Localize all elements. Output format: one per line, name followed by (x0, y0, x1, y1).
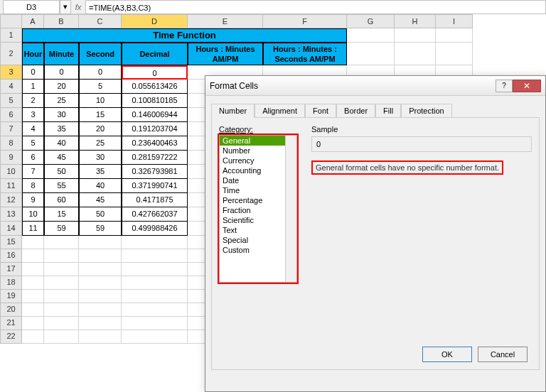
cell-B8[interactable]: 40 (44, 136, 79, 151)
cell-C4[interactable]: 5 (79, 80, 122, 94)
cell-C14[interactable]: 59 (79, 222, 122, 236)
cell[interactable] (22, 303, 44, 317)
cell-D4[interactable]: 0.055613426 (122, 80, 188, 94)
select-all-corner[interactable] (0, 14, 22, 28)
row-header[interactable]: 20 (0, 303, 22, 317)
cell[interactable] (79, 249, 122, 263)
col-header-C[interactable]: C (79, 14, 122, 28)
col-header-F[interactable]: F (263, 14, 347, 28)
cell-C11[interactable]: 40 (79, 179, 122, 193)
cell[interactable] (22, 276, 44, 290)
row-header[interactable]: 4 (0, 80, 22, 94)
tab-border[interactable]: Border (336, 104, 375, 118)
row-header[interactable]: 10 (0, 165, 22, 179)
col-header-D[interactable]: D (122, 14, 188, 28)
cell[interactable] (22, 290, 44, 303)
cell-A10[interactable]: 7 (22, 165, 44, 179)
cell[interactable] (22, 236, 44, 249)
col-header-B[interactable]: B (44, 14, 79, 28)
cell[interactable] (44, 317, 79, 330)
cell[interactable] (122, 249, 188, 263)
cancel-button[interactable]: Cancel (478, 347, 528, 362)
tab-number[interactable]: Number (211, 104, 255, 118)
cell-A11[interactable]: 8 (22, 179, 44, 193)
cell[interactable] (122, 303, 188, 317)
cell[interactable] (44, 330, 79, 344)
row-header[interactable]: 22 (0, 330, 22, 344)
cell[interactable] (122, 263, 188, 276)
name-box-dropdown[interactable]: ▾ (60, 0, 71, 14)
cell[interactable] (22, 249, 44, 263)
row-header[interactable]: 3 (0, 65, 22, 80)
cell-C9[interactable]: 30 (79, 151, 122, 165)
fx-icon[interactable]: fx (71, 3, 85, 11)
cell-B7[interactable]: 35 (44, 122, 79, 136)
cell-B9[interactable]: 45 (44, 151, 79, 165)
row-header[interactable]: 15 (0, 236, 22, 249)
name-box[interactable]: D3 (3, 0, 60, 14)
col-header-H[interactable]: H (395, 14, 436, 28)
col-header-A[interactable]: A (22, 14, 44, 28)
cell[interactable] (79, 330, 122, 344)
cell[interactable] (22, 263, 44, 276)
cell-B11[interactable]: 55 (44, 179, 79, 193)
cell-D6[interactable]: 0.146006944 (122, 108, 188, 122)
row-header[interactable]: 21 (0, 317, 22, 330)
col-header-I[interactable]: I (436, 14, 473, 28)
row-header[interactable]: 8 (0, 136, 22, 151)
cell-B12[interactable]: 60 (44, 193, 79, 207)
cell-D11[interactable]: 0.371990741 (122, 179, 188, 193)
scrollbar[interactable] (285, 136, 296, 282)
row-header[interactable]: 18 (0, 276, 22, 290)
ok-button[interactable]: OK (422, 347, 472, 362)
header-B[interactable]: Minute (44, 43, 79, 65)
row-header[interactable]: 17 (0, 263, 22, 276)
row-header[interactable]: 1 (0, 28, 22, 43)
cell-A8[interactable]: 5 (22, 136, 44, 151)
row-header[interactable]: 16 (0, 249, 22, 263)
row-header[interactable]: 5 (0, 94, 22, 108)
category-listbox[interactable]: GeneralNumberCurrencyAccountingDateTimeP… (219, 135, 297, 283)
col-header-E[interactable]: E (188, 14, 263, 28)
cell-A3[interactable]: 0 (22, 65, 44, 80)
cell[interactable] (122, 290, 188, 303)
cell-C3[interactable]: 0 (79, 65, 122, 80)
cell-C10[interactable]: 35 (79, 165, 122, 179)
cell-D8[interactable]: 0.236400463 (122, 136, 188, 151)
cell[interactable] (122, 276, 188, 290)
cell-B10[interactable]: 50 (44, 165, 79, 179)
header-F[interactable]: Hours : Minutes : Seconds AM/PM (263, 43, 347, 65)
cell[interactable] (79, 303, 122, 317)
cell[interactable] (44, 290, 79, 303)
cell-D5[interactable]: 0.100810185 (122, 94, 188, 108)
cell-D3[interactable]: 0 (122, 65, 188, 80)
cell-D9[interactable]: 0.281597222 (122, 151, 188, 165)
cell-C7[interactable]: 20 (79, 122, 122, 136)
cell-B3[interactable]: 0 (44, 65, 79, 80)
cell-C8[interactable]: 25 (79, 136, 122, 151)
cell-D7[interactable]: 0.191203704 (122, 122, 188, 136)
cell[interactable] (395, 43, 436, 65)
row-header[interactable]: 11 (0, 179, 22, 193)
row-header[interactable]: 6 (0, 108, 22, 122)
row-header[interactable]: 13 (0, 207, 22, 222)
cell-B5[interactable]: 25 (44, 94, 79, 108)
cell-D12[interactable]: 0.4171875 (122, 193, 188, 207)
cell-A5[interactable]: 2 (22, 94, 44, 108)
cell[interactable] (347, 28, 395, 43)
row-header[interactable]: 19 (0, 290, 22, 303)
cell[interactable] (436, 28, 473, 43)
cell-D13[interactable]: 0.427662037 (122, 207, 188, 222)
col-header-G[interactable]: G (347, 14, 395, 28)
dialog-titlebar[interactable]: Format Cells ? ✕ (205, 76, 545, 96)
row-header[interactable]: 14 (0, 222, 22, 236)
header-D[interactable]: Decimal (122, 43, 188, 65)
cell-C6[interactable]: 15 (79, 108, 122, 122)
cell[interactable] (44, 263, 79, 276)
cell-B13[interactable]: 15 (44, 207, 79, 222)
cell-B4[interactable]: 20 (44, 80, 79, 94)
tab-protection[interactable]: Protection (401, 104, 452, 118)
cell[interactable] (347, 43, 395, 65)
cell[interactable] (22, 330, 44, 344)
cell-A13[interactable]: 10 (22, 207, 44, 222)
